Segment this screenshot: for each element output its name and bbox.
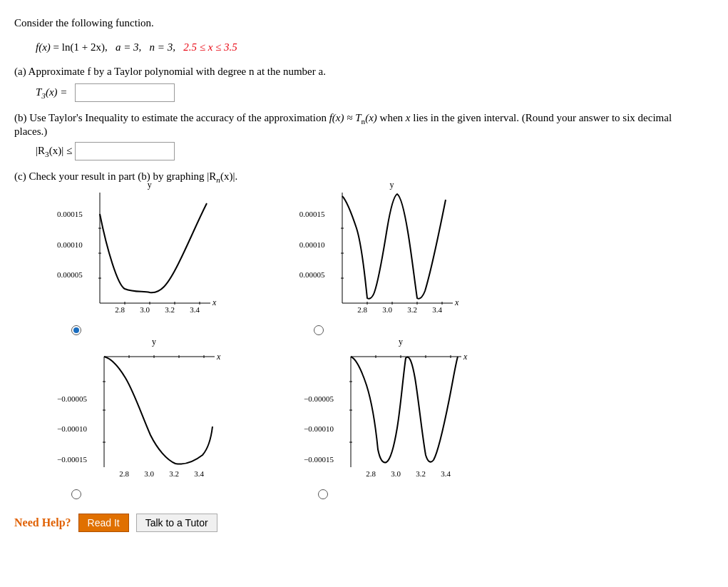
part-b-label: (b) Use Taylor's Inequality to estimate … [14, 112, 707, 138]
problem-intro: Consider the following function. [14, 14, 707, 31]
radio-bl[interactable] [71, 489, 81, 499]
svg-text:3.0: 3.0 [382, 305, 392, 314]
svg-text:3.4: 3.4 [194, 469, 204, 478]
y-label-tl-1: 0.00015 [57, 210, 83, 218]
graph-top-right: 0.00015 0.00010 0.00005 0 y 2.8 [299, 193, 456, 335]
part-c-label: (c) Check your result in part (b) by gra… [14, 170, 707, 184]
r3-label: |R3(x)| ≤ [36, 145, 72, 158]
graph-svg-bl: 2.8 3.0 3.2 3.4 x [90, 349, 218, 485]
radio-br[interactable] [318, 489, 328, 499]
graph-bottom-right: 0 −0.00005 −0.00010 −0.00015 y 2.8 [304, 349, 465, 499]
svg-text:3.0: 3.0 [144, 469, 154, 478]
t3-label: T3(x) = [36, 86, 68, 100]
graph-svg-tr: 2.8 3.0 3.2 3.4 x [328, 193, 456, 321]
svg-text:x: x [212, 297, 217, 307]
y-label-tr-2: 0.00010 [299, 240, 325, 249]
n-value: n = 3, [150, 41, 181, 53]
y-label-bl-1: −0.00005 [57, 394, 87, 403]
svg-text:3.4: 3.4 [432, 305, 442, 314]
graph-bottom-left: 0 −0.00005 −0.00010 −0.00015 y 2.8 [57, 349, 218, 499]
need-help-row: Need Help? Read It Talk to a Tutor [14, 514, 707, 532]
svg-text:x: x [216, 352, 221, 362]
a-value: a = 3, [116, 41, 147, 53]
svg-text:3.0: 3.0 [140, 305, 150, 314]
svg-text:3.2: 3.2 [165, 305, 175, 314]
svg-text:2.8: 2.8 [357, 305, 367, 314]
graph-svg-br: 2.8 3.0 3.2 3.4 x [337, 349, 465, 485]
talk-tutor-button[interactable]: Talk to a Tutor [136, 514, 217, 532]
r3-input-row: |R3(x)| ≤ [36, 142, 707, 160]
svg-text:2.8: 2.8 [119, 469, 129, 478]
function-definition: f(x) = ln(1 + 2x), a = 3, n = 3, 2.5 ≤ x… [36, 39, 707, 56]
func-label: f(x) [36, 41, 51, 53]
need-help-label: Need Help? [14, 516, 71, 529]
func-equals: = ln(1 + 2x), [53, 41, 113, 53]
y-label-tl-2: 0.00010 [57, 240, 83, 249]
y-label-br-1: −0.00005 [304, 394, 334, 403]
y-label-br-2: −0.00010 [304, 424, 334, 433]
svg-text:3.4: 3.4 [441, 469, 451, 478]
y-label-br-3: −0.00015 [304, 455, 334, 464]
radio-tr[interactable] [314, 325, 324, 335]
radio-tl[interactable] [71, 325, 81, 335]
svg-text:x: x [454, 297, 459, 307]
svg-text:3.2: 3.2 [407, 305, 417, 314]
y-label-tr-1: 0.00015 [299, 210, 325, 218]
y-label-tl-3: 0.00005 [57, 270, 83, 279]
graphs-bottom-row: 0 −0.00005 −0.00010 −0.00015 y 2.8 [57, 349, 707, 499]
part-a-label: (a) Approximate f by a Taylor polynomial… [14, 66, 707, 78]
svg-text:2.8: 2.8 [115, 305, 125, 314]
r3-input[interactable] [75, 142, 175, 160]
svg-text:3.0: 3.0 [391, 469, 401, 478]
graph-top-left: 0.00015 0.00010 0.00005 0 y [57, 193, 214, 335]
svg-text:2.8: 2.8 [366, 469, 376, 478]
read-it-button[interactable]: Read It [78, 514, 129, 532]
t3-input-row: T3(x) = [36, 83, 707, 102]
y-label-bl-3: −0.00015 [57, 455, 87, 464]
t3-input[interactable] [75, 83, 175, 102]
svg-text:3.2: 3.2 [416, 469, 426, 478]
graphs-top-row: 0.00015 0.00010 0.00005 0 y [57, 193, 707, 335]
y-label-bl-2: −0.00010 [57, 424, 87, 433]
y-label-tr-3: 0.00005 [299, 270, 325, 279]
svg-text:x: x [463, 352, 468, 362]
graph-svg-tl: 2.8 3.0 3.2 3.4 x [86, 193, 214, 321]
svg-text:3.4: 3.4 [190, 305, 200, 314]
svg-text:3.2: 3.2 [169, 469, 179, 478]
interval: 2.5 ≤ x ≤ 3.5 [183, 41, 237, 53]
